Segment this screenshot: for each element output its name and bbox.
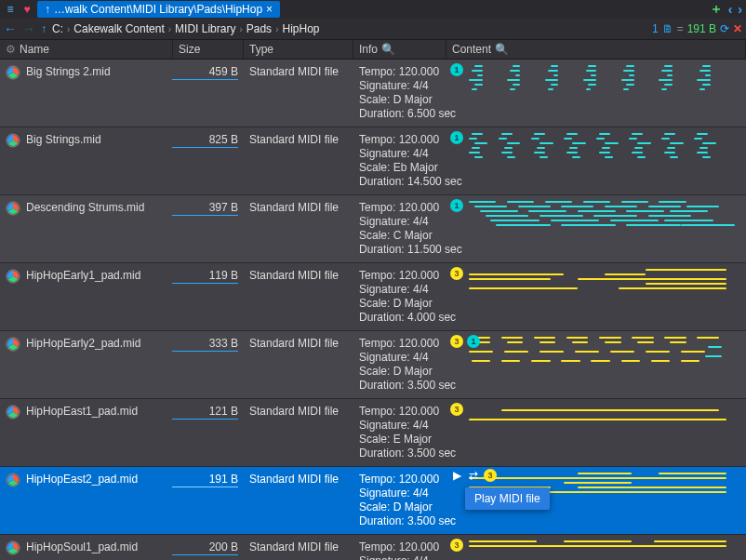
gear-icon[interactable]: ⚙: [6, 43, 16, 56]
midi-preview[interactable]: 31: [446, 331, 746, 398]
file-info: Tempo: 120.000Signature: 4/4Scale: D Maj…: [353, 60, 446, 127]
menu-icon[interactable]: ≡: [4, 3, 17, 16]
breadcrumb-item[interactable]: HipHop: [282, 22, 319, 35]
file-size: 825 B: [209, 133, 238, 146]
midi-preview[interactable]: 3: [446, 399, 746, 466]
midi-preview[interactable]: 1: [446, 127, 746, 194]
track-count-badge: 3: [450, 403, 463, 416]
table-row[interactable]: Big Strings 2.mid459 BStandard MIDI file…: [0, 60, 746, 127]
breadcrumb-drive[interactable]: C:: [52, 22, 63, 35]
badges: 1: [450, 63, 463, 76]
info-scale: Scale: D Major: [359, 500, 441, 514]
table-row[interactable]: HipHopEarly2_pad.mid333 BStandard MIDI f…: [0, 331, 746, 399]
close-icon[interactable]: ✕: [733, 22, 742, 35]
forward-icon[interactable]: →: [22, 21, 35, 36]
header-content-label: Content: [452, 43, 491, 56]
info-signature: Signature: 4/4: [359, 147, 441, 161]
table-row[interactable]: HipHopEast1_pad.mid121 BStandard MIDI fi…: [0, 399, 746, 467]
column-headers: ⚙ Name Size Type Info 🔍 Content 🔍: [0, 39, 746, 60]
header-size[interactable]: Size: [173, 40, 244, 59]
note-lanes: [469, 131, 740, 189]
breadcrumb-item[interactable]: MIDI Library: [175, 22, 235, 35]
file-list[interactable]: Big Strings 2.mid459 BStandard MIDI file…: [0, 60, 746, 560]
info-tempo: Tempo: 120.000: [359, 133, 441, 147]
header-info[interactable]: Info 🔍: [353, 40, 446, 59]
header-type[interactable]: Type: [244, 40, 353, 59]
midi-file-icon: [6, 473, 20, 490]
header-name[interactable]: ⚙ Name: [0, 40, 173, 59]
search-icon[interactable]: 🔍: [381, 43, 395, 56]
note-lanes: [469, 335, 740, 393]
info-tempo: Tempo: 120.000: [359, 405, 441, 419]
info-tempo: Tempo: 120.000: [359, 65, 441, 79]
info-signature: Signature: 4/4: [359, 554, 441, 560]
track-count-badge: 1: [450, 63, 463, 76]
tab-close-icon[interactable]: ×: [266, 3, 273, 16]
header-info-label: Info: [359, 43, 378, 56]
file-name: Big Strings 2.mid: [26, 65, 111, 78]
selected-count: 1: [652, 22, 659, 35]
file-type: Standard MIDI file: [244, 263, 353, 330]
file-type: Standard MIDI file: [244, 467, 353, 534]
file-name: HipHopSoul1_pad.mid: [26, 540, 138, 553]
info-tempo: Tempo: 120.000: [359, 201, 441, 215]
file-size: 200 B: [209, 540, 238, 553]
track-count-badge: 3: [484, 469, 497, 482]
info-duration: Duration: 3.500 sec: [359, 447, 441, 460]
file-name: HipHopEast2_pad.mid: [26, 473, 138, 486]
note-lanes: [469, 539, 740, 560]
file-type: Standard MIDI file: [244, 535, 353, 560]
midi-preview[interactable]: 1: [446, 195, 746, 262]
badges: 3: [450, 403, 463, 416]
info-signature: Signature: 4/4: [359, 419, 441, 433]
badges: 3: [450, 539, 463, 552]
midi-preview[interactable]: 1: [446, 60, 746, 127]
path-tab[interactable]: ↑ …walk Content\MIDI Library\Pads\HipHop…: [37, 1, 280, 18]
top-bar: ≡ ♥ ↑ …walk Content\MIDI Library\Pads\Hi…: [0, 0, 746, 19]
next-icon[interactable]: ›: [738, 2, 742, 17]
file-info: Tempo: 120.000Signature: 4/4Scale: D Maj…: [353, 331, 446, 398]
info-signature: Signature: 4/4: [359, 215, 441, 229]
info-scale: Scale: E Major: [359, 433, 441, 447]
breadcrumb-item[interactable]: Cakewalk Content: [73, 22, 164, 35]
badges: 1: [450, 199, 463, 212]
table-row[interactable]: HipHopEast2_pad.mid191 BStandard MIDI fi…: [0, 467, 746, 535]
table-row[interactable]: Descending Strums.mid397 BStandard MIDI …: [0, 195, 746, 263]
file-info: Tempo: 120.000Signature: 4/4Scale: E Maj…: [353, 399, 446, 466]
loop-icon[interactable]: ⇄: [467, 469, 480, 482]
search-icon[interactable]: 🔍: [495, 43, 509, 56]
favorite-icon[interactable]: ♥: [20, 3, 33, 16]
up-folder-icon[interactable]: ↑: [41, 22, 47, 35]
track-count-badge: 3: [450, 335, 463, 348]
table-row[interactable]: HipHopSoul1_pad.mid200 BStandard MIDI fi…: [0, 535, 746, 560]
midi-preview[interactable]: 3: [446, 263, 746, 330]
info-duration: Duration: 3.500 sec: [359, 514, 441, 528]
breadcrumb-item[interactable]: Pads: [246, 22, 272, 35]
table-row[interactable]: Big Strings.mid825 BStandard MIDI fileTe…: [0, 127, 746, 195]
info-duration: Duration: 3.500 sec: [359, 379, 441, 393]
prev-icon[interactable]: ‹: [728, 2, 733, 17]
file-info: Tempo: 120.000Signature: 4/4Scale: D Maj…: [353, 467, 446, 534]
badges: 31: [450, 335, 480, 348]
file-type: Standard MIDI file: [244, 399, 353, 466]
add-tab-icon[interactable]: ＋: [710, 1, 723, 18]
back-icon[interactable]: ←: [4, 21, 17, 36]
breadcrumb-sep-icon: ›: [168, 24, 171, 34]
midi-file-icon: [6, 337, 20, 354]
play-icon[interactable]: ▶: [450, 469, 463, 482]
midi-file-icon: [6, 405, 20, 422]
file-type: Standard MIDI file: [244, 127, 353, 194]
info-tempo: Tempo: 120.000: [359, 337, 441, 351]
breadcrumb: C: › Cakewalk Content › MIDI Library › P…: [52, 22, 320, 35]
table-row[interactable]: HipHopEarly1_pad.mid119 BStandard MIDI f…: [0, 263, 746, 331]
midi-preview[interactable]: ▶⇄3Play MIDI file: [446, 467, 746, 534]
midi-preview[interactable]: 3: [446, 535, 746, 560]
header-content[interactable]: Content 🔍: [446, 40, 746, 59]
refresh-icon[interactable]: ⟳: [720, 22, 729, 35]
track-count-badge: 1: [450, 131, 463, 144]
info-tempo: Tempo: 120.000: [359, 540, 441, 554]
file-info: Tempo: 120.000Signature: 4/4Scale: D Maj…: [353, 263, 446, 330]
file-name: HipHopEarly1_pad.mid: [26, 269, 140, 282]
breadcrumb-sep-icon: ›: [275, 24, 278, 34]
midi-file-icon: [6, 269, 20, 287]
